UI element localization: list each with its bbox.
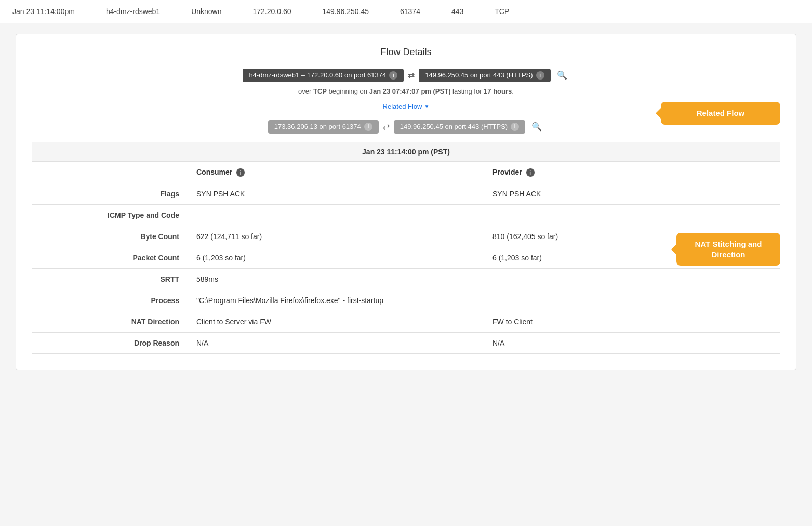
flow-details-card: Flow Details h4-dmz-rdsweb1 – 172.20.0.6… xyxy=(16,34,796,370)
provider-endpoint-pill: 149.96.250.45 on port 443 (HTTPS) i xyxy=(419,69,550,82)
timestamp-cell: Jan 23 11:14:00 pm (PST) xyxy=(32,142,780,162)
related-provider-text: 149.96.250.45 on port 443 (HTTPS) xyxy=(400,123,508,130)
icmp-provider xyxy=(484,205,780,226)
flow-meta: over TCP beginning on Jan 23 07:47:07 pm… xyxy=(298,87,514,95)
flags-consumer: SYN PSH ACK xyxy=(188,183,484,205)
consumer-column-header: Consumer i xyxy=(188,162,484,183)
table-row: Process "C:\Program Files\Mozilla Firefo… xyxy=(32,290,780,311)
nat-direction-provider: FW to Client xyxy=(484,311,780,333)
consumer-info-icon[interactable]: i xyxy=(389,71,397,80)
related-flow-search-button[interactable]: 🔍 xyxy=(529,120,544,134)
provider-info-icon[interactable]: i xyxy=(536,71,544,80)
srtt-provider xyxy=(484,269,780,290)
provider-header-info[interactable]: i xyxy=(526,168,535,177)
transfer-icon: ⇄ xyxy=(408,70,415,80)
icmp-consumer xyxy=(188,205,484,226)
process-consumer: "C:\Program Files\Mozilla Firefox\firefo… xyxy=(188,290,484,311)
related-provider-pill: 149.96.250.45 on port 443 (HTTPS) i xyxy=(394,120,525,134)
related-transfer-icon: ⇄ xyxy=(383,122,390,132)
provider-endpoint-text: 149.96.250.45 on port 443 (HTTPS) xyxy=(425,71,533,79)
packet-count-consumer: 6 (1,203 so far) xyxy=(188,247,484,269)
related-provider-info-icon[interactable]: i xyxy=(511,123,519,131)
process-provider xyxy=(484,290,780,311)
flags-label: Flags xyxy=(32,183,188,205)
drop-reason-label: Drop Reason xyxy=(32,333,188,354)
byte-count-label: Byte Count xyxy=(32,226,188,247)
provider-column-header: Provider i xyxy=(484,162,780,183)
related-consumer-text: 173.36.206.13 on port 61374 xyxy=(274,123,361,130)
timestamp-row: Jan 23 11:14:00 pm (PST) xyxy=(32,142,780,162)
top-bar-src-ip: 172.20.0.60 xyxy=(253,7,291,16)
icmp-label: ICMP Type and Code xyxy=(32,205,188,226)
related-flow-link[interactable]: Related Flow ▼ xyxy=(383,102,430,110)
table-row: SRTT 589ms xyxy=(32,269,780,290)
top-bar-dst-port: 443 xyxy=(451,7,463,16)
consumer-header-info[interactable]: i xyxy=(236,168,245,177)
flow-search-button[interactable]: 🔍 xyxy=(555,68,569,82)
related-flow-tooltip-text: Related Flow xyxy=(697,109,745,117)
srtt-consumer: 589ms xyxy=(188,269,484,290)
top-bar-status: Unknown xyxy=(191,7,221,16)
label-column-header xyxy=(32,162,188,183)
flags-provider: SYN PSH ACK xyxy=(484,183,780,205)
nat-stitching-tooltip: NAT Stitching and Direction xyxy=(676,233,780,266)
main-content: Flow Details h4-dmz-rdsweb1 – 172.20.0.6… xyxy=(0,23,812,380)
top-bar-timestamp: Jan 23 11:14:00pm xyxy=(12,7,75,16)
nat-stitching-tooltip-text: NAT Stitching and Direction xyxy=(695,240,762,259)
packet-count-label: Packet Count xyxy=(32,247,188,269)
drop-reason-consumer: N/A xyxy=(188,333,484,354)
related-consumer-info-icon[interactable]: i xyxy=(364,123,372,131)
nat-direction-label: NAT Direction xyxy=(32,311,188,333)
top-bar-dst-ip: 149.96.250.45 xyxy=(322,7,369,16)
nat-direction-consumer: Client to Server via FW xyxy=(188,311,484,333)
byte-count-consumer: 622 (124,711 so far) xyxy=(188,226,484,247)
table-row: NAT Direction Client to Server via FW FW… xyxy=(32,311,780,333)
process-label: Process xyxy=(32,290,188,311)
primary-flow-row: h4-dmz-rdsweb1 – 172.20.0.60 on port 613… xyxy=(243,68,569,82)
consumer-endpoint-text: h4-dmz-rdsweb1 – 172.20.0.60 on port 613… xyxy=(249,71,386,79)
top-bar-host: h4-dmz-rdsweb1 xyxy=(106,7,160,16)
related-consumer-pill: 173.36.206.13 on port 61374 i xyxy=(268,120,379,134)
top-bar: Jan 23 11:14:00pm h4-dmz-rdsweb1 Unknown… xyxy=(0,0,812,23)
related-flow-arrow: ▼ xyxy=(424,103,429,109)
srtt-label: SRTT xyxy=(32,269,188,290)
related-flow-tooltip: Related Flow xyxy=(661,102,780,125)
table-row: Flags SYN PSH ACK SYN PSH ACK xyxy=(32,183,780,205)
drop-reason-provider: N/A xyxy=(484,333,780,354)
table-header-row: Consumer i Provider i xyxy=(32,162,780,183)
table-row: ICMP Type and Code xyxy=(32,205,780,226)
flow-details-title: Flow Details xyxy=(32,47,780,58)
top-bar-protocol: TCP xyxy=(495,7,509,16)
table-row: Drop Reason N/A N/A xyxy=(32,333,780,354)
related-flow-label: Related Flow xyxy=(383,102,422,110)
top-bar-src-port: 61374 xyxy=(400,7,420,16)
consumer-endpoint-pill: h4-dmz-rdsweb1 – 172.20.0.60 on port 613… xyxy=(243,69,404,82)
related-flow-row: 173.36.206.13 on port 61374 i ⇄ 149.96.2… xyxy=(268,120,544,134)
